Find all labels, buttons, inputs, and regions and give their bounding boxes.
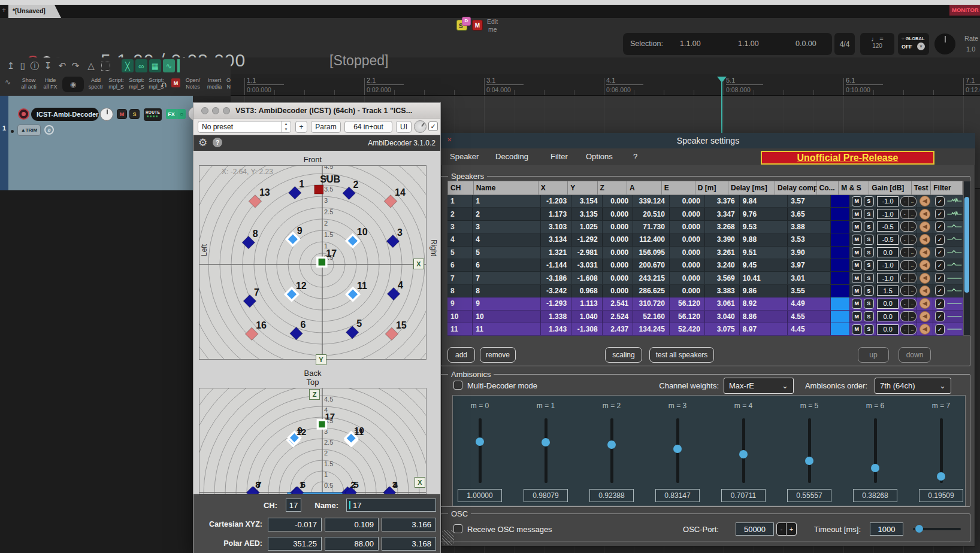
tempo-value[interactable]: 120 bbox=[860, 42, 894, 49]
speaker-color-swatch[interactable] bbox=[831, 247, 849, 259]
crossfade-icon[interactable]: ╳ bbox=[122, 59, 134, 72]
table-cell[interactable]: 112.400 bbox=[633, 233, 670, 245]
column-header[interactable]: Filter bbox=[931, 181, 963, 195]
filter-checkbox[interactable]: ✓ bbox=[935, 209, 945, 219]
filter-checkbox[interactable]: ✓ bbox=[935, 324, 945, 335]
gain-more-button[interactable]: ... bbox=[909, 299, 916, 308]
polar-a-input[interactable]: 351.25 bbox=[268, 537, 322, 551]
gain-input[interactable]: -1.0 bbox=[877, 196, 899, 206]
table-cell[interactable]: 0.000 bbox=[603, 221, 634, 233]
slider-value[interactable]: 0.55557 bbox=[787, 489, 831, 502]
gain-input[interactable]: 0.0 bbox=[877, 311, 899, 321]
column-header[interactable]: Delay [ms] bbox=[728, 181, 775, 195]
table-cell[interactable]: 3.061 bbox=[705, 297, 740, 309]
table-cell[interactable]: 200.670 bbox=[633, 259, 670, 271]
table-cell[interactable]: 1.025 bbox=[571, 221, 603, 233]
gain-more-button[interactable]: ... bbox=[909, 325, 916, 334]
top-view[interactable]: 0.511.522.533.544.512345678111210917 bbox=[199, 388, 427, 494]
edit-me-m-badge[interactable]: M bbox=[472, 20, 483, 31]
project-tab[interactable]: *[Unsaved] bbox=[8, 5, 61, 18]
table-cell[interactable]: 1.173 bbox=[541, 208, 572, 220]
toolbar-label[interactable]: Hideall FX bbox=[40, 77, 61, 90]
zoom-icon[interactable] bbox=[223, 107, 230, 114]
table-cell[interactable]: 20.510 bbox=[633, 208, 670, 220]
gain-input[interactable]: 0.0 bbox=[877, 247, 899, 257]
gain-minus-button[interactable]: - bbox=[901, 325, 909, 334]
speaker-color-swatch[interactable] bbox=[831, 272, 849, 284]
gain-input[interactable]: -1.0 bbox=[877, 260, 899, 271]
track-solo-button[interactable]: S bbox=[129, 109, 140, 119]
table-cell[interactable]: 0.000 bbox=[603, 259, 634, 271]
gain-minus-button[interactable]: - bbox=[901, 286, 909, 295]
mouse-modifier-icon[interactable]: M bbox=[171, 78, 180, 87]
playrate-knob[interactable] bbox=[934, 33, 956, 55]
column-header[interactable]: D [m] bbox=[695, 181, 728, 195]
toolbar-label[interactable]: Showall acti bbox=[18, 77, 40, 90]
column-header[interactable]: X bbox=[539, 181, 568, 195]
fx-button[interactable]: FX bbox=[166, 109, 177, 119]
table-cell[interactable]: 0.000 bbox=[670, 272, 705, 284]
filter-checkbox[interactable]: ✓ bbox=[935, 273, 945, 283]
table-cell[interactable]: 3.135 bbox=[571, 208, 603, 220]
table-cell[interactable]: 0.000 bbox=[670, 259, 705, 271]
table-row[interactable]: 11-1.2033.1540.000339.1240.0003.3769.843… bbox=[447, 195, 963, 208]
speaker-test-icon[interactable] bbox=[919, 260, 930, 271]
gain-minus-button[interactable]: - bbox=[901, 299, 909, 308]
selection-cluster[interactable]: Selection: 1.1.00 1.1.00 0.0.00 bbox=[623, 33, 832, 55]
table-row[interactable]: 443.134-1.2920.000112.4000.0003.3909.883… bbox=[447, 233, 963, 246]
table-cell[interactable]: 3.53 bbox=[788, 233, 830, 245]
table-row[interactable]: 99-1.2931.1132.541310.72056.1203.0618.92… bbox=[447, 297, 963, 310]
speaker-color-swatch[interactable] bbox=[831, 259, 849, 271]
monitor-fx-badge[interactable]: MONITOR F bbox=[949, 5, 980, 16]
solo-button[interactable]: S bbox=[864, 247, 874, 257]
gain-input[interactable]: 0.0 bbox=[877, 324, 899, 335]
slider-thumb[interactable] bbox=[805, 457, 813, 465]
menu-help[interactable]: ? bbox=[633, 152, 637, 161]
selection-end[interactable]: 1.1.00 bbox=[738, 40, 759, 48]
gain-minus-button[interactable]: - bbox=[901, 235, 909, 244]
preset-dropdown[interactable]: No preset ▲▼ bbox=[198, 121, 291, 133]
channel-weight-slider[interactable] bbox=[479, 418, 482, 483]
speaker-color-swatch[interactable] bbox=[831, 208, 849, 220]
table-cell[interactable]: 3.075 bbox=[705, 323, 740, 335]
table-cell[interactable]: -3.242 bbox=[541, 285, 572, 297]
table-cell[interactable]: 3.569 bbox=[705, 272, 740, 284]
table-row[interactable]: 77-3.186-1.6080.000243.2150.0003.56910.4… bbox=[447, 272, 963, 284]
table-cell[interactable]: 3.261 bbox=[705, 247, 740, 259]
osc-port-decrement[interactable]: - bbox=[776, 522, 787, 536]
ripple-link-icon[interactable]: ∿ bbox=[163, 59, 175, 72]
gain-input[interactable]: 0.0 bbox=[877, 299, 899, 309]
mute-button[interactable]: M bbox=[852, 311, 862, 321]
column-header[interactable]: E bbox=[662, 181, 695, 195]
filter-checkbox[interactable]: ✓ bbox=[935, 247, 945, 257]
speaker-color-swatch[interactable] bbox=[831, 233, 849, 245]
table-cell[interactable]: 4 bbox=[447, 233, 473, 245]
polar-d-input[interactable]: 3.168 bbox=[382, 537, 436, 551]
table-cell[interactable]: 8.86 bbox=[740, 311, 788, 323]
toolbar-label[interactable]: Open/Notes bbox=[182, 77, 204, 90]
speaker-test-icon[interactable] bbox=[919, 221, 930, 232]
gain-minus-button[interactable]: - bbox=[901, 248, 909, 257]
save-preset-button[interactable]: + bbox=[295, 121, 307, 133]
table-cell[interactable]: 2.524 bbox=[603, 311, 634, 323]
table-row[interactable]: 11111.343-1.3082.437134.24552.4203.0758.… bbox=[447, 323, 963, 336]
table-cell[interactable]: 3.103 bbox=[541, 221, 572, 233]
solo-button[interactable]: S bbox=[864, 209, 874, 219]
osc-timeout-slider[interactable] bbox=[913, 528, 961, 530]
speaker-color-swatch[interactable] bbox=[831, 221, 849, 233]
redo-icon[interactable]: ↷ bbox=[69, 59, 81, 72]
solo-button[interactable]: S bbox=[864, 311, 874, 321]
settings-close-icon[interactable]: ✕ bbox=[447, 136, 452, 143]
table-cell[interactable]: 3.65 bbox=[788, 208, 830, 220]
close-icon[interactable] bbox=[201, 107, 208, 114]
ambisonics-order-dropdown[interactable]: 7th (64ch)⌄ bbox=[875, 378, 951, 394]
marquee-icon[interactable] bbox=[99, 59, 111, 72]
gear-icon[interactable]: ⚙ bbox=[198, 136, 207, 149]
solo-button[interactable]: S bbox=[864, 235, 874, 245]
table-cell[interactable]: -2.981 bbox=[571, 247, 603, 259]
table-cell[interactable]: 6 bbox=[447, 259, 473, 271]
io-button[interactable]: 64 in+out bbox=[344, 121, 392, 133]
toolbar-label[interactable]: Script:mpl_S bbox=[126, 77, 147, 90]
table-cell[interactable]: 339.124 bbox=[633, 195, 670, 207]
gain-more-button[interactable]: ... bbox=[909, 209, 916, 218]
